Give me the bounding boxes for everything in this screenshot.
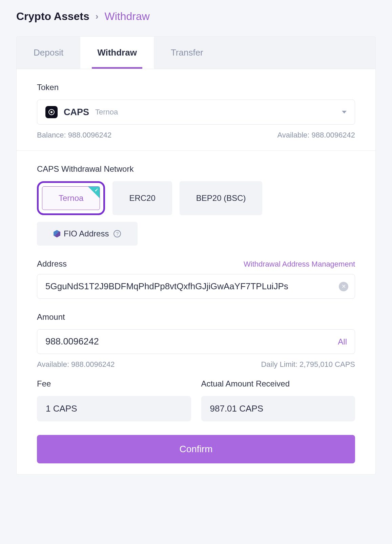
received-label: Actual Amount Received (201, 379, 355, 389)
amount-label: Amount (37, 312, 355, 322)
network-option-label: FIO Address (64, 229, 109, 238)
network-option-ternoa[interactable]: Ternoa (42, 186, 100, 210)
token-select[interactable]: CAPS Ternoa (37, 100, 355, 125)
network-option-erc20[interactable]: ERC20 (112, 181, 172, 215)
received-value: 987.01 CAPS (201, 396, 355, 421)
withdraw-card: Deposit Withdraw Transfer Token CAPS Ter… (16, 36, 376, 475)
tab-transfer[interactable]: Transfer (154, 37, 220, 69)
address-input[interactable] (37, 274, 355, 299)
breadcrumb: Crypto Assets › Withdraw (0, 0, 392, 36)
amount-all-button[interactable]: All (338, 337, 347, 347)
network-option-label: Ternoa (59, 193, 83, 203)
confirm-button[interactable]: Confirm (37, 435, 355, 463)
token-symbol: CAPS (64, 107, 89, 118)
fee-value: 1 CAPS (37, 396, 191, 421)
close-icon: ✕ (342, 283, 346, 290)
check-icon (88, 187, 100, 198)
tabs: Deposit Withdraw Transfer (17, 37, 375, 69)
breadcrumb-root[interactable]: Crypto Assets (16, 10, 89, 23)
tab-withdraw[interactable]: Withdraw (80, 37, 154, 69)
tab-deposit[interactable]: Deposit (17, 37, 80, 69)
amount-input[interactable] (37, 329, 355, 354)
token-label: Token (37, 83, 355, 92)
network-section: CAPS Withdrawal Network Ternoa ERC20 BEP… (17, 150, 375, 474)
network-option-fio[interactable]: FIO Address ? (37, 222, 138, 246)
token-section: Token CAPS Ternoa Balance: 988.0096242 A… (17, 69, 375, 150)
clear-address-button[interactable]: ✕ (339, 282, 348, 291)
amount-available-text: Available: 988.0096242 (37, 360, 115, 369)
address-label: Address (37, 259, 67, 269)
chevron-down-icon (342, 111, 347, 113)
svg-point-1 (50, 111, 53, 113)
balance-text: Balance: 988.0096242 (37, 131, 111, 140)
network-label: CAPS Withdrawal Network (37, 164, 355, 174)
network-highlight: Ternoa (37, 181, 105, 215)
caps-token-icon (45, 106, 58, 118)
breadcrumb-current: Withdraw (104, 10, 149, 23)
address-management-link[interactable]: Withdrawal Address Management (244, 260, 355, 269)
help-icon[interactable]: ? (114, 230, 121, 237)
daily-limit-text: Daily Limit: 2,795,010 CAPS (261, 360, 355, 369)
fee-label: Fee (37, 379, 191, 389)
network-option-bep20[interactable]: BEP20 (BSC) (180, 181, 263, 215)
available-text: Available: 988.0096242 (277, 131, 355, 140)
chevron-right-icon: › (96, 11, 99, 22)
token-name: Ternoa (95, 108, 118, 117)
fio-icon (54, 230, 60, 237)
